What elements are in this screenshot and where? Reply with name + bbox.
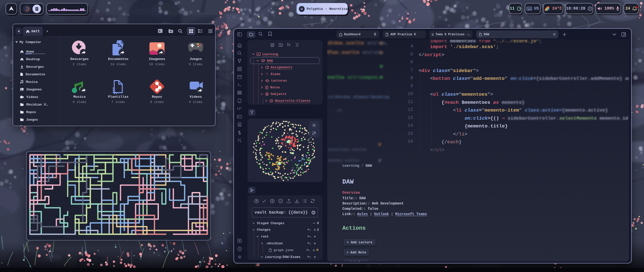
svg-text:$_: $_ xyxy=(159,30,162,33)
